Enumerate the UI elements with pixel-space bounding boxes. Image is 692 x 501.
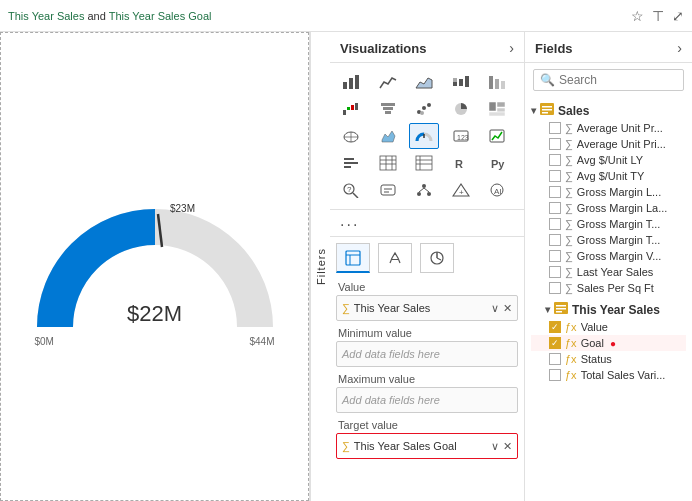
viz-map[interactable] — [336, 123, 366, 149]
viz-python[interactable]: Py — [482, 150, 512, 176]
viz-kpi[interactable] — [482, 123, 512, 149]
checkbox-value[interactable]: ✓ — [549, 321, 561, 333]
field-well-min-box[interactable]: Add data fields here — [336, 341, 518, 367]
viz-stacked-bar[interactable] — [446, 69, 476, 95]
field-well-chevron[interactable]: ∨ — [491, 302, 499, 315]
build-analytics-btn[interactable] — [420, 243, 454, 273]
checkbox-gross-margin-la[interactable] — [549, 202, 561, 214]
checkbox-gross-margin-t2[interactable] — [549, 234, 561, 246]
field-well-target-remove[interactable]: ✕ — [503, 440, 512, 453]
viz-slicer[interactable] — [336, 150, 366, 176]
viz-smart-narrative[interactable] — [373, 177, 403, 203]
checkbox-avg-unit-pr2[interactable] — [549, 138, 561, 150]
svg-rect-14 — [351, 105, 354, 110]
tree-chevron-thisyearsales: ▾ — [545, 304, 550, 315]
field-well-target-chevron[interactable]: ∨ — [491, 440, 499, 453]
field-well-value-label: Value — [336, 281, 518, 293]
svg-rect-52 — [381, 185, 395, 195]
fields-expand[interactable]: › — [677, 40, 682, 56]
svg-line-58 — [419, 188, 424, 192]
viz-custom[interactable]: + — [446, 177, 476, 203]
viz-more[interactable]: ... — [330, 210, 524, 236]
checkbox-sales-per-sq[interactable] — [549, 282, 561, 294]
svg-text:R: R — [455, 158, 463, 170]
viz-ai[interactable]: AI — [482, 177, 512, 203]
svg-rect-18 — [385, 111, 391, 114]
field-well-value-actions: ∨ ✕ — [491, 302, 512, 315]
tree-item-status[interactable]: ƒx Status — [531, 351, 686, 367]
checkbox-avg-unit-pr1[interactable] — [549, 122, 561, 134]
checkbox-avg-unit-ly[interactable] — [549, 154, 561, 166]
tree-item-sales-per-sq[interactable]: ∑ Sales Per Sq Ft — [531, 280, 686, 296]
viz-decomp[interactable] — [409, 177, 439, 203]
field-well-remove[interactable]: ✕ — [503, 302, 512, 315]
svg-point-21 — [427, 103, 431, 107]
star-icon[interactable]: ☆ — [631, 8, 644, 24]
viz-treemap[interactable] — [482, 96, 512, 122]
tree-item-avg-unit-pr1[interactable]: ∑ Average Unit Pr... — [531, 120, 686, 136]
tree-item-avg-unit-pr2[interactable]: ∑ Average Unit Pri... — [531, 136, 686, 152]
tree-item-gross-margin-la[interactable]: ∑ Gross Margin La... — [531, 200, 686, 216]
viz-funnel[interactable] — [373, 96, 403, 122]
tree-item-gross-margin-t2[interactable]: ∑ Gross Margin T... — [531, 232, 686, 248]
tree-item-gross-margin-v[interactable]: ∑ Gross Margin V... — [531, 248, 686, 264]
sigma-icon-7: ∑ — [565, 218, 573, 230]
tree-item-goal[interactable]: ✓ ƒx Goal ● — [531, 335, 686, 351]
checkbox-avg-unit-ty[interactable] — [549, 170, 561, 182]
checkbox-total-sales-vari[interactable] — [549, 369, 561, 381]
build-fields-btn[interactable] — [336, 243, 370, 273]
expand-icon[interactable]: ⤢ — [672, 8, 684, 24]
tree-item-total-sales-vari[interactable]: ƒx Total Sales Vari... — [531, 367, 686, 383]
fields-title: Fields — [535, 41, 573, 56]
checkbox-status[interactable] — [549, 353, 561, 365]
filter-icon[interactable]: ⊤ — [652, 8, 664, 24]
sigma-icon-11: ∑ — [565, 282, 573, 294]
svg-point-22 — [420, 111, 424, 115]
viz-area-chart[interactable] — [409, 69, 439, 95]
tree-item-gross-margin-t1[interactable]: ∑ Gross Margin T... — [531, 216, 686, 232]
viz-scatter[interactable] — [409, 96, 439, 122]
svg-rect-35 — [344, 158, 354, 160]
viz-filled-map[interactable] — [373, 123, 403, 149]
viz-gauge[interactable] — [409, 123, 439, 149]
filters-tab[interactable]: Filters — [310, 32, 330, 501]
build-format-btn[interactable] — [378, 243, 412, 273]
checkbox-last-year-sales[interactable] — [549, 266, 561, 278]
checkbox-gross-margin-t1[interactable] — [549, 218, 561, 230]
viz-pie[interactable] — [446, 96, 476, 122]
viz-matrix[interactable] — [409, 150, 439, 176]
svg-rect-72 — [542, 106, 552, 108]
checkbox-goal[interactable]: ✓ — [549, 337, 561, 349]
tree-group-sales-header[interactable]: ▾ Sales — [531, 101, 686, 120]
tree-item-last-year-sales[interactable]: ∑ Last Year Sales — [531, 264, 686, 280]
svg-text:123: 123 — [457, 134, 469, 141]
tree-item-avg-unit-ly[interactable]: ∑ Avg $/Unit LY — [531, 152, 686, 168]
viz-table[interactable] — [373, 150, 403, 176]
viz-waterfall[interactable] — [336, 96, 366, 122]
tree-item-value[interactable]: ✓ ƒx Value — [531, 319, 686, 335]
svg-rect-73 — [542, 109, 552, 111]
tree-chevron-sales: ▾ — [531, 105, 536, 116]
svg-rect-26 — [497, 108, 505, 112]
viz-qa[interactable]: ? — [336, 177, 366, 203]
checkbox-gross-margin-v[interactable] — [549, 250, 561, 262]
field-well-value: Value ∑ This Year Sales ∨ ✕ — [336, 281, 518, 321]
viz-ribbon[interactable] — [482, 69, 512, 95]
tree-item-gross-margin-l1[interactable]: ∑ Gross Margin L... — [531, 184, 686, 200]
viz-card[interactable]: 123 — [446, 123, 476, 149]
viz-line-chart[interactable] — [373, 69, 403, 95]
field-well-target-label: Target value — [336, 419, 518, 431]
tree-subgroup-thisyearsales-header[interactable]: ▾ This Year Sales — [531, 300, 686, 319]
checkbox-gross-margin-l1[interactable] — [549, 186, 561, 198]
viz-header-expand[interactable]: › — [509, 40, 514, 56]
fields-search-input[interactable] — [559, 73, 677, 87]
tree-item-avg-unit-ty[interactable]: ∑ Avg $/Unit TY — [531, 168, 686, 184]
viz-bar-chart[interactable] — [336, 69, 366, 95]
viz-icons-grid: 123 R Py ? — [330, 63, 524, 210]
build-icons — [336, 243, 518, 273]
viz-rscript[interactable]: R — [446, 150, 476, 176]
field-well-target-box[interactable]: ∑ This Year Sales Goal ∨ ✕ — [336, 433, 518, 459]
field-well-max-box[interactable]: Add data fields here — [336, 387, 518, 413]
fields-search-box[interactable]: 🔍 — [533, 69, 684, 91]
field-well-value-box[interactable]: ∑ This Year Sales ∨ ✕ — [336, 295, 518, 321]
